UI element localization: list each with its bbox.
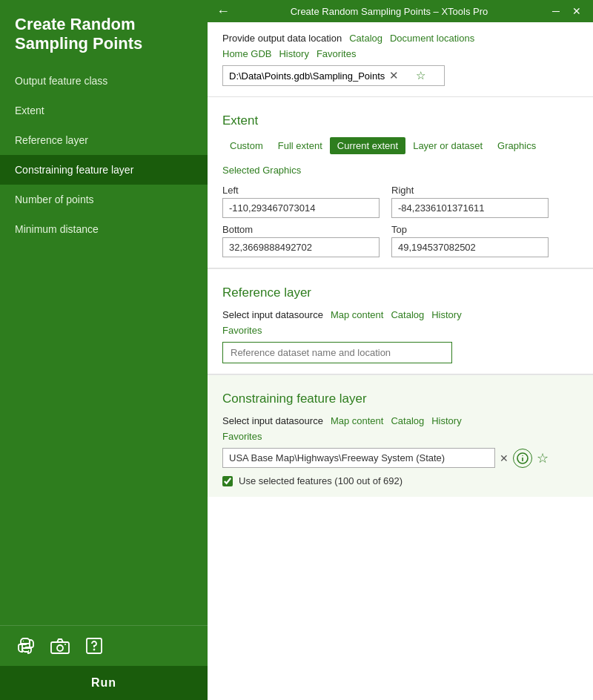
coord-grid: Left Right Bottom Top [222, 185, 549, 257]
tab-full-extent[interactable]: Full extent [271, 137, 330, 154]
cf-history-link[interactable]: History [431, 415, 461, 426]
top-label: Top [391, 224, 549, 235]
coord-right: Right [391, 185, 549, 218]
coord-bottom: Bottom [222, 224, 380, 257]
close-button[interactable]: ✕ [569, 4, 584, 19]
left-label: Left [222, 185, 380, 196]
bottom-label: Bottom [222, 224, 380, 235]
ref-select-label: Select input datasource [222, 309, 323, 320]
ref-favorites-link[interactable]: Favorites [222, 325, 262, 336]
cf-clear-button[interactable]: ✕ [500, 452, 508, 464]
output-path-value: D:\Data\Points.gdb\Sampling_Points [229, 70, 385, 82]
svg-point-4 [64, 644, 66, 645]
use-selected-label: Use selected features (100 out of 692) [239, 475, 402, 486]
ref-datasource-links: Select input datasource Map content Cata… [222, 309, 578, 320]
cf-secondary-links: Favorites [222, 431, 578, 442]
ref-map-content-link[interactable]: Map content [331, 309, 384, 320]
sidebar-footer [0, 625, 208, 666]
ref-history-link[interactable]: History [431, 309, 461, 320]
output-secondary-links: Home GDB History Favorites [222, 48, 578, 59]
titlebar: ← Create Random Sampling Points – XTools… [208, 0, 593, 22]
extent-tabs: Custom Full extent Current extent Layer … [222, 137, 578, 154]
scroll-area[interactable]: Provide output data location Catalog Doc… [208, 22, 593, 700]
output-star-button[interactable]: ☆ [416, 69, 438, 82]
constraining-layer-section: Constraining feature layer Select input … [208, 374, 593, 497]
ref-catalog-link[interactable]: Catalog [391, 309, 424, 320]
right-input[interactable] [391, 198, 549, 218]
sidebar-nav: Output feature class Extent Reference la… [0, 66, 208, 625]
cf-catalog-link[interactable]: Catalog [391, 415, 424, 426]
reference-layer-section: Reference layer Select input datasource … [208, 268, 593, 374]
output-section: Provide output data location Catalog Doc… [208, 22, 593, 96]
camera-icon[interactable] [49, 635, 71, 657]
window-title: Create Random Sampling Points – XTools P… [230, 6, 549, 17]
output-datasource-links: Provide output data location Catalog Doc… [222, 33, 578, 44]
left-input[interactable] [222, 198, 380, 218]
cf-star-button[interactable]: ☆ [537, 450, 549, 466]
catalog-link-output[interactable]: Catalog [349, 33, 382, 44]
sidebar-item-extent[interactable]: Extent [0, 96, 208, 125]
python-icon[interactable] [15, 635, 37, 657]
home-gdb-link[interactable]: Home GDB [222, 48, 271, 59]
cf-select-label: Select input datasource [222, 415, 323, 426]
tab-custom[interactable]: Custom [222, 137, 271, 154]
sidebar-item-constraining-feature-layer[interactable]: Constraining feature layer [0, 155, 208, 185]
extent-section: Extent Custom Full extent Current extent… [208, 97, 593, 268]
bottom-spacer [208, 497, 593, 526]
svg-point-6 [94, 650, 95, 650]
sidebar-title: Create RandomSampling Points [0, 0, 208, 66]
output-clear-button[interactable]: ✕ [389, 69, 411, 82]
bottom-input[interactable] [222, 237, 380, 257]
favorites-link-output[interactable]: Favorites [317, 48, 356, 59]
tab-layer-or-dataset[interactable]: Layer or dataset [405, 137, 490, 154]
run-button[interactable]: Run [0, 666, 208, 700]
sidebar-item-minimum-distance[interactable]: Minimum distance [0, 214, 208, 244]
cf-info-button[interactable] [513, 449, 532, 468]
cf-map-content-link[interactable]: Map content [331, 415, 384, 426]
document-locations-link[interactable]: Document locations [390, 33, 474, 44]
cf-datasource-links: Select input datasource Map content Cata… [222, 415, 578, 426]
back-button[interactable]: ← [216, 4, 230, 19]
cf-path-input[interactable] [222, 448, 495, 468]
svg-point-3 [57, 645, 63, 651]
use-selected-checkbox[interactable] [222, 476, 233, 486]
cf-input-row: ✕ ☆ [222, 448, 549, 468]
sidebar: Create RandomSampling Points Output feat… [0, 0, 208, 700]
extent-heading: Extent [222, 113, 578, 128]
cf-favorites-link[interactable]: Favorites [222, 431, 262, 442]
selected-graphics-link[interactable]: Selected Graphics [222, 162, 578, 179]
window-controls: ─ ✕ [549, 4, 584, 19]
coord-left: Left [222, 185, 380, 218]
minimize-button[interactable]: ─ [549, 4, 563, 19]
provide-output-label: Provide output data location [222, 33, 342, 44]
coord-top: Top [391, 224, 549, 257]
sidebar-item-output-feature-class[interactable]: Output feature class [0, 66, 208, 96]
svg-point-0 [23, 641, 24, 641]
use-selected-row: Use selected features (100 out of 692) [222, 475, 578, 486]
reference-layer-heading: Reference layer [222, 285, 578, 300]
svg-point-9 [522, 455, 523, 455]
svg-point-1 [28, 650, 29, 651]
help-icon[interactable] [83, 635, 105, 657]
tab-current-extent[interactable]: Current extent [330, 137, 405, 154]
reference-layer-input[interactable] [222, 342, 452, 363]
sidebar-item-reference-layer[interactable]: Reference layer [0, 125, 208, 155]
right-label: Right [391, 185, 549, 196]
ref-secondary-links: Favorites [222, 325, 578, 336]
top-input[interactable] [391, 237, 549, 257]
main-panel: ← Create Random Sampling Points – XTools… [208, 0, 593, 700]
tab-graphics[interactable]: Graphics [490, 137, 543, 154]
history-link-output[interactable]: History [279, 48, 308, 59]
constraining-layer-heading: Constraining feature layer [222, 392, 578, 406]
output-path-field[interactable]: D:\Data\Points.gdb\Sampling_Points ✕ ☆ [222, 65, 445, 86]
sidebar-item-number-of-points[interactable]: Number of points [0, 185, 208, 214]
